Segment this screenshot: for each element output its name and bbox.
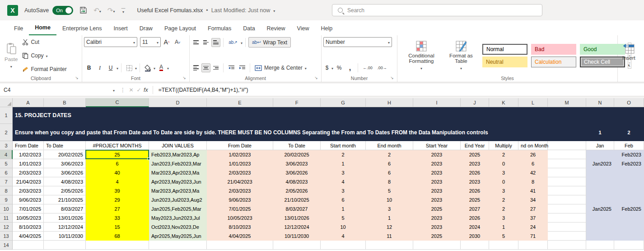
font-color-button[interactable]: A [156, 63, 166, 73]
cell-L8[interactable]: 41 [518, 186, 548, 195]
cell-K5[interactable]: 0 [489, 159, 518, 168]
cell-O11[interactable] [614, 213, 644, 223]
column-header-M[interactable]: M [548, 98, 586, 107]
cell-N3[interactable]: Jan [586, 141, 614, 150]
cell-F8[interactable]: 2/05/2026 [273, 186, 321, 195]
row-header-7[interactable]: 7 [0, 177, 13, 186]
cell-J14[interactable] [461, 241, 489, 250]
cell-F14[interactable] [273, 241, 321, 250]
number-format-select[interactable]: Number [323, 37, 392, 47]
cell-N9[interactable] [586, 195, 614, 204]
cell-I11[interactable]: 2023 [413, 213, 461, 223]
column-header-D[interactable]: D [149, 98, 207, 107]
cell-H9[interactable]: 10 [366, 195, 413, 204]
cell-B4[interactable]: 20/02/2025 [44, 150, 86, 159]
cell-J12[interactable]: 2024 [461, 223, 489, 232]
cell-K12[interactable]: 1 [489, 223, 518, 232]
cell-G12[interactable]: 10 [321, 223, 366, 232]
cell-C4[interactable]: 25 [86, 150, 149, 159]
cell-D13[interactable]: Apr2025,May2025,Jun [149, 232, 207, 241]
increase-indent-button[interactable] [237, 63, 247, 73]
column-header-K[interactable]: K [489, 98, 518, 107]
tab-formulas[interactable]: Formulas [202, 23, 237, 35]
banner-title[interactable]: 15. PROJECT DATES [13, 107, 644, 124]
row-header-9[interactable]: 9 [0, 195, 13, 204]
cell-D9[interactable]: Jun2023,Jul2023,Aug2 [149, 195, 207, 204]
cell-A7[interactable]: 21/04/2023 [13, 177, 44, 186]
cell-A11[interactable]: 10/05/2023 [13, 213, 44, 223]
row-header-1[interactable]: 1 [0, 107, 13, 124]
cell-M3[interactable] [548, 141, 586, 150]
align-right-button[interactable] [211, 63, 220, 72]
column-header-N[interactable]: N [586, 98, 614, 107]
cell-E7[interactable]: 21/04/2023 [207, 177, 273, 186]
cell-F5[interactable]: 3/06/2023 [273, 159, 321, 168]
cell-C8[interactable]: 39 [86, 186, 149, 195]
cell-K8[interactable]: 3 [489, 186, 518, 195]
cell-K10[interactable]: 2 [489, 204, 518, 213]
cell-H8[interactable]: 5 [366, 186, 413, 195]
cell-E9[interactable]: 9/06/2023 [207, 195, 273, 204]
orientation-button[interactable]: ab↗ [226, 38, 240, 47]
cell-I5[interactable]: 2023 [413, 159, 461, 168]
align-left-button[interactable] [191, 63, 201, 72]
cell-O9[interactable] [614, 195, 644, 204]
tab-enterprise-lens[interactable]: Enterprise Lens [56, 23, 108, 35]
tab-view[interactable]: View [291, 23, 315, 35]
cell-G5[interactable]: 1 [321, 159, 366, 168]
column-header-I[interactable]: I [413, 98, 461, 107]
cell-K6[interactable]: 3 [489, 168, 518, 177]
cell-C3[interactable]: #PROJECT MONTHS [86, 141, 149, 150]
name-box[interactable]: C4 [0, 84, 118, 96]
percent-button[interactable]: % [334, 63, 344, 73]
cell-N2[interactable]: 1 [586, 124, 614, 141]
cell-D4[interactable]: Feb2023,Mar2023,Ap [149, 150, 207, 159]
cell-M14[interactable] [548, 241, 586, 250]
cell-E11[interactable]: 10/05/2023 [207, 213, 273, 223]
cell-B9[interactable]: 21/10/2025 [44, 195, 86, 204]
cell-E8[interactable]: 2/03/2023 [207, 186, 273, 195]
save-button[interactable] [79, 6, 87, 14]
cell-M10[interactable] [548, 204, 586, 213]
grow-font-button[interactable]: A^ [162, 37, 172, 47]
cell-L9[interactable]: 34 [518, 195, 548, 204]
cut-button[interactable]: Cut [20, 38, 68, 46]
wrap-text-button[interactable]: ab↩ Wrap Text [248, 37, 291, 47]
excel-logo-icon[interactable]: X [7, 5, 18, 16]
align-center-button[interactable] [201, 63, 210, 72]
cell-K13[interactable]: 5 [489, 232, 518, 241]
cell-O12[interactable] [614, 223, 644, 232]
cell-N13[interactable] [586, 232, 614, 241]
cell-O4[interactable]: Feb2023 [614, 150, 644, 159]
cell-J7[interactable]: 2023 [461, 177, 489, 186]
cell-G6[interactable]: 3 [321, 168, 366, 177]
cell-H3[interactable]: End month [366, 141, 413, 150]
cell-J4[interactable]: 2025 [461, 150, 489, 159]
column-header-C[interactable]: C [86, 98, 149, 107]
cell-O13[interactable] [614, 232, 644, 241]
cell-M7[interactable] [548, 177, 586, 186]
cell-I12[interactable]: 2023 [413, 223, 461, 232]
cell-K14[interactable] [489, 241, 518, 250]
cell-E5[interactable]: 1/01/2023 [207, 159, 273, 168]
cell-C10[interactable]: 27 [86, 204, 149, 213]
cell-C9[interactable]: 29 [86, 195, 149, 204]
cell-M8[interactable] [548, 186, 586, 195]
undo-button[interactable]: ↶ [93, 6, 101, 14]
cell-N5[interactable]: Jan2023 [586, 159, 614, 168]
cell-K7[interactable]: 0 [489, 177, 518, 186]
cell-J9[interactable]: 2025 [461, 195, 489, 204]
cell-D7[interactable]: Apr2023,May2023,Jun [149, 177, 207, 186]
column-header-G[interactable]: G [321, 98, 366, 107]
cell-C5[interactable]: 6 [86, 159, 149, 168]
quick-access-customize-button[interactable]: — [121, 7, 125, 13]
cell-H5[interactable]: 6 [366, 159, 413, 168]
enter-button[interactable]: ✓ [135, 87, 143, 93]
cell-I4[interactable]: 2023 [413, 150, 461, 159]
cell-E3[interactable]: From Date [207, 141, 273, 150]
cell-O10[interactable]: Feb2025 [614, 204, 644, 213]
cell-A12[interactable]: 8/10/2023 [13, 223, 44, 232]
cell-G7[interactable]: 4 [321, 177, 366, 186]
row-header-14[interactable]: 14 [0, 241, 13, 250]
cell-O3[interactable]: Feb [614, 141, 644, 150]
